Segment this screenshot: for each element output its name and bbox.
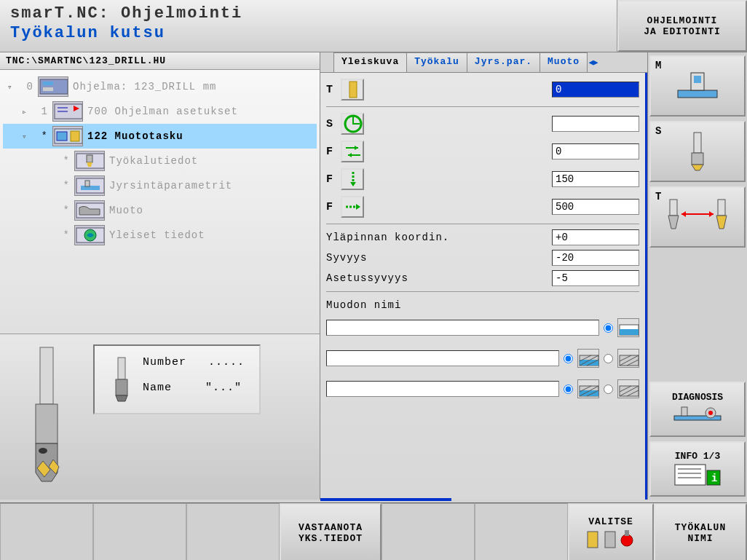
param-icon-f3[interactable] bbox=[341, 168, 364, 190]
softkey-6[interactable] bbox=[475, 503, 568, 560]
coord-label: Syvyys bbox=[326, 252, 546, 264]
svg-rect-26 bbox=[116, 379, 127, 395]
coord-input[interactable] bbox=[552, 250, 639, 266]
param-letter: F bbox=[326, 173, 336, 186]
tree-index: 0 bbox=[20, 81, 33, 92]
param-letter: T bbox=[326, 84, 336, 96]
tool-preview-panel: Number ..... Name "..." bbox=[0, 334, 320, 500]
svg-point-74 bbox=[708, 411, 713, 415]
tree-toggle-icon[interactable]: ▿ bbox=[22, 132, 31, 141]
tree-toggle-icon[interactable]: ▿ bbox=[7, 82, 16, 92]
svg-rect-11 bbox=[87, 155, 92, 162]
tree-node-icon bbox=[38, 76, 68, 97]
header-title: smarT.NC: Ohjelmointi Työkalun kutsu bbox=[0, 0, 617, 52]
file-path: TNC:\SMARTNC\123_DRILL.HU bbox=[0, 52, 320, 70]
param-icon-s1[interactable] bbox=[341, 113, 364, 135]
number-value: ..... bbox=[208, 356, 245, 368]
softkey-2[interactable] bbox=[93, 503, 186, 560]
shape-opt-icon[interactable] bbox=[577, 379, 599, 398]
side-s-button[interactable]: S bbox=[649, 121, 746, 182]
shape-opt-icon[interactable] bbox=[577, 349, 599, 368]
diagnosis-button[interactable]: DIAGNOSIS bbox=[649, 382, 746, 437]
softkey-8-tyokalun-nimi[interactable]: TYÖKALUN NIMI bbox=[654, 503, 747, 560]
shape-opt-icon[interactable] bbox=[617, 349, 639, 368]
svg-rect-62 bbox=[692, 153, 703, 165]
program-tree[interactable]: ▿0Ohjelma: 123_DRILL mm▹1700 Ohjelman as… bbox=[0, 70, 320, 334]
svg-marker-37 bbox=[356, 204, 360, 210]
shape-opt-icon[interactable] bbox=[617, 379, 639, 398]
tree-label: 122 Muototasku bbox=[87, 130, 317, 142]
tree-row[interactable]: ▹1700 Ohjelman asetukset bbox=[3, 99, 317, 124]
param-icon-f4[interactable] bbox=[341, 196, 364, 218]
coord-input[interactable] bbox=[552, 229, 639, 245]
param-icon-f2[interactable] bbox=[341, 141, 364, 162]
tree-row[interactable]: ▿*122 Muototasku bbox=[3, 124, 317, 149]
svg-rect-8 bbox=[57, 132, 67, 141]
svg-rect-58 bbox=[678, 90, 717, 98]
active-softkey-marker bbox=[320, 498, 451, 501]
tab-scroll-right-icon[interactable]: ◀▶ bbox=[587, 52, 600, 72]
svg-rect-61 bbox=[694, 133, 701, 153]
param-input-f2[interactable] bbox=[552, 143, 639, 159]
softkey-4-vastaanota[interactable]: VASTAANOTA YKS.TIEDOT bbox=[280, 503, 382, 560]
tree-row[interactable]: *Jyrsintäparametrit bbox=[3, 173, 317, 198]
param-icon-t0[interactable] bbox=[341, 79, 364, 100]
tab-yleiskuva[interactable]: Yleiskuva bbox=[333, 52, 407, 72]
side-t-button[interactable]: T bbox=[649, 186, 746, 248]
shape-opt-radio[interactable] bbox=[564, 384, 573, 394]
svg-rect-9 bbox=[71, 131, 79, 141]
side-m-button[interactable]: M bbox=[649, 55, 746, 117]
svg-marker-67 bbox=[716, 216, 727, 229]
softkey-3[interactable] bbox=[186, 503, 280, 560]
tool-drawing bbox=[10, 344, 83, 490]
tree-row[interactable]: *Muoto bbox=[3, 198, 317, 223]
tree-node-icon bbox=[52, 101, 83, 122]
tab-jyrspar[interactable]: Jyrs.par. bbox=[467, 52, 540, 72]
svg-rect-82 bbox=[605, 532, 615, 548]
coord-input[interactable] bbox=[552, 270, 639, 286]
svg-rect-2 bbox=[43, 87, 53, 91]
tree-row[interactable]: ▿0Ohjelma: 123_DRILL mm bbox=[3, 74, 317, 99]
coord-label: Asetussyvyys bbox=[326, 272, 546, 284]
name-value: "..." bbox=[205, 382, 242, 394]
tab-tykalu[interactable]: Työkalu bbox=[406, 52, 467, 72]
shape-opt-radio[interactable] bbox=[604, 354, 613, 363]
param-input-s1[interactable] bbox=[552, 116, 639, 132]
shape-opt-radio[interactable] bbox=[604, 323, 613, 333]
title-line1: smarT.NC: Ohjelmointi bbox=[10, 4, 606, 23]
param-input-t0[interactable] bbox=[552, 82, 639, 98]
form-panel: TSFFFYläpinnan koordin.SyvyysAsetussyvyy… bbox=[320, 73, 647, 500]
tree-node-icon bbox=[74, 176, 105, 196]
softkey-1[interactable] bbox=[0, 503, 93, 560]
tab-muoto[interactable]: Muoto bbox=[540, 52, 588, 72]
tree-label: Yleiset tiedot bbox=[109, 229, 317, 241]
tree-row[interactable]: *Työkalutiedot bbox=[3, 149, 317, 173]
svg-rect-84 bbox=[625, 530, 629, 536]
param-letter: F bbox=[326, 146, 336, 158]
svg-rect-19 bbox=[40, 347, 53, 404]
shape-opt-radio[interactable] bbox=[564, 354, 573, 363]
svg-marker-33 bbox=[348, 153, 352, 157]
shape-opt-radio[interactable] bbox=[604, 384, 613, 394]
svg-rect-39 bbox=[620, 329, 639, 335]
tree-index: * bbox=[57, 155, 70, 167]
shape-name-input-2[interactable] bbox=[326, 381, 559, 397]
tool-mini-icon bbox=[109, 356, 134, 403]
softkey-7-valitse[interactable]: VALITSE bbox=[568, 503, 654, 560]
softkey-5[interactable] bbox=[382, 503, 475, 560]
tree-toggle-icon[interactable]: ▹ bbox=[22, 107, 31, 117]
param-input-f3[interactable] bbox=[552, 171, 639, 187]
svg-rect-75 bbox=[675, 465, 706, 485]
shape-name-input-1[interactable] bbox=[326, 350, 559, 366]
param-input-f4[interactable] bbox=[552, 199, 639, 215]
title-line2: Työkalun kutsu bbox=[10, 24, 606, 42]
shape-opt-icon[interactable] bbox=[617, 318, 639, 337]
shape-name-input-0[interactable] bbox=[326, 320, 599, 336]
mode-button[interactable]: OHJELMOINTI JA EDITOINTI bbox=[617, 0, 747, 52]
tree-index: * bbox=[57, 180, 70, 192]
tree-row[interactable]: *Yleiset tiedot bbox=[3, 223, 317, 248]
info-button[interactable]: INFO 1/3 i bbox=[649, 441, 746, 497]
tree-label: Työkalutiedot bbox=[109, 155, 317, 167]
tree-index: * bbox=[57, 205, 70, 216]
tree-index: * bbox=[35, 130, 48, 142]
